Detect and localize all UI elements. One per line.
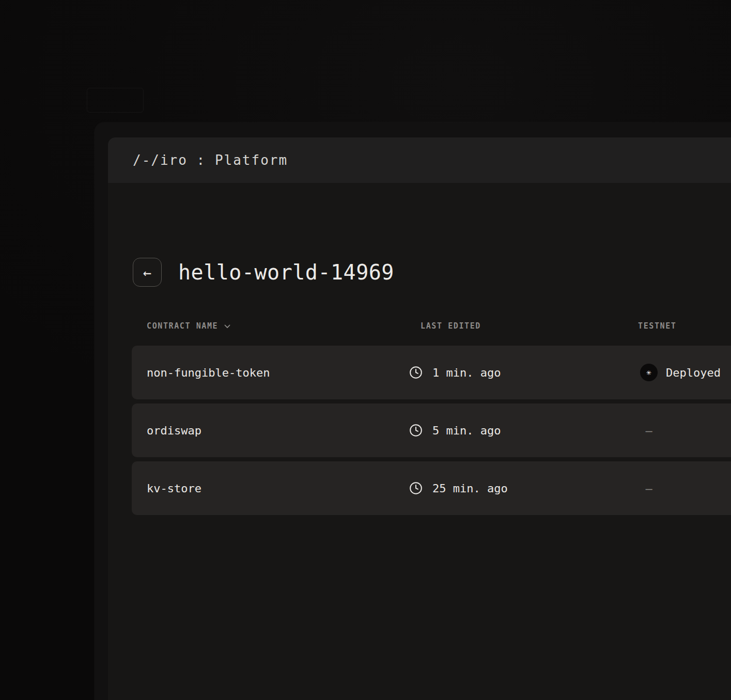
contract-name: non-fungible-token (147, 346, 270, 399)
table-row[interactable]: kv-store 25 min. ago – (132, 461, 731, 515)
last-edited-text: 5 min. ago (432, 424, 501, 437)
app-title: /-/iro : Platform (133, 152, 288, 168)
clock-icon (409, 423, 423, 438)
column-header-testnet: TESTNET (638, 321, 676, 331)
clock-icon (409, 365, 423, 380)
column-header-contract-name[interactable]: CONTRACT NAME (147, 321, 231, 331)
contract-name-header-label: CONTRACT NAME (147, 321, 218, 331)
main-content: ← hello-world-14969 CONTRACT NAME LAST E… (108, 183, 731, 700)
app-surface: /-/iro : Platform ← hello-world-14969 CO… (108, 137, 731, 700)
deployed-label: Deployed (666, 366, 721, 379)
table-row[interactable]: ordiswap 5 min. ago – (132, 403, 731, 457)
last-edited-cell: 25 min. ago (409, 461, 508, 515)
contract-name: ordiswap (147, 403, 201, 457)
table-header-row: CONTRACT NAME LAST EDITED TESTNET (108, 321, 731, 333)
stacks-glyph: ✳ (646, 368, 651, 377)
testnet-status-cell: – (640, 403, 658, 457)
last-edited-cell: 5 min. ago (409, 403, 501, 457)
column-header-last-edited: LAST EDITED (421, 321, 481, 331)
testnet-status-cell: – (640, 461, 658, 515)
last-edited-text: 25 min. ago (432, 482, 508, 495)
chevron-down-icon (223, 322, 231, 331)
last-edited-cell: 1 min. ago (409, 346, 501, 399)
page-title: hello-world-14969 (178, 258, 394, 287)
contract-name: kv-store (147, 461, 201, 515)
back-button[interactable]: ← (133, 258, 162, 287)
testnet-empty-dash: – (640, 482, 658, 495)
last-edited-text: 1 min. ago (432, 366, 501, 379)
arrow-left-icon: ← (143, 265, 151, 281)
clock-icon (409, 481, 423, 495)
stacks-icon: ✳ (640, 364, 658, 381)
contract-list: non-fungible-token 1 min. ago ✳ Deployed (132, 346, 731, 515)
titlebar: /-/iro : Platform (108, 137, 731, 183)
table-row[interactable]: non-fungible-token 1 min. ago ✳ Deployed (132, 346, 731, 399)
testnet-empty-dash: – (640, 424, 658, 437)
background-artifact (87, 88, 144, 113)
platform-window: /-/iro : Platform ← hello-world-14969 CO… (95, 122, 731, 700)
testnet-status-cell: ✳ Deployed (640, 346, 721, 399)
